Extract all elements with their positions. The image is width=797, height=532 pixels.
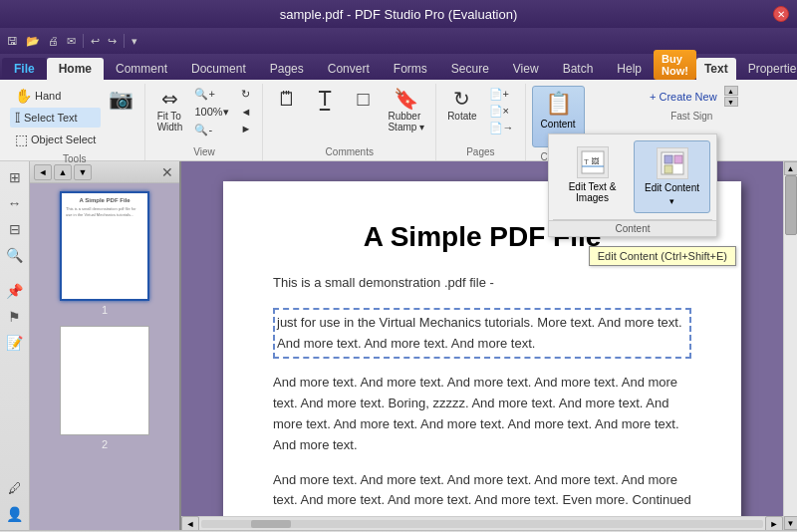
fast-sign-scroll-up[interactable]: ▲ [724,86,738,96]
scroll-up-btn[interactable]: ▲ [784,161,798,175]
tab-batch[interactable]: Batch [551,58,606,80]
pdf-para-2: just for use in the Virtual Mechanics tu… [273,308,691,360]
qa-save[interactable]: 🖫 [4,33,21,49]
tab-pages[interactable]: Pages [258,58,316,80]
create-new-label: Create New [660,91,717,103]
snapshot-btn[interactable]: 📷 [103,86,138,112]
qa-email[interactable]: ✉ [64,33,79,50]
rubber-stamp-btn[interactable]: 🔖 RubberStamp ▾ [383,86,429,135]
fast-sign-scroll: ▲ ▼ [724,86,738,107]
left-tool-2[interactable]: ↔ [3,191,27,215]
left-tool-6[interactable]: ⚑ [3,305,27,329]
thumbnail-page-2[interactable]: 2 [60,326,149,450]
scroll-left-btn[interactable]: ◄ [181,516,199,531]
left-tool-5[interactable]: 📌 [3,279,27,303]
tab-comment[interactable]: Comment [104,58,179,80]
tab-forms[interactable]: Forms [382,58,439,80]
extract-page-btn[interactable]: 📄→ [484,120,519,136]
left-tool-1[interactable]: ⊞ [3,165,27,189]
fit-to-width-btn[interactable]: ⇔ Fit ToWidth [151,86,187,135]
left-tool-9[interactable]: 👤 [3,502,27,526]
tab-file[interactable]: File [2,58,47,80]
delete-page-btn[interactable]: 📄× [484,103,519,120]
tab-properties[interactable]: Properties [736,58,797,80]
create-new-btn[interactable]: + Create New [646,89,721,105]
tools-group: ✋ Hand 𝕀 Select Text ⬚ Object Select 📷 [4,84,145,160]
pdf-para-3: And more text. And more text. And more t… [273,373,691,455]
qa-redo[interactable]: ↪ [105,33,120,50]
left-tool-4[interactable]: 🔍 [3,243,27,267]
plus-icon: + [650,91,656,103]
tab-view[interactable]: View [501,58,551,80]
insert-page-btn[interactable]: 📄+ [484,86,519,103]
thumbnail-content: A Simple PDF File This is a small demons… [30,183,179,530]
zoom-in-btn[interactable]: 🔍+ [189,86,233,103]
vertical-scrollbar[interactable]: ▲ ▼ [783,161,797,530]
rotate-icon: ↻ [453,89,470,109]
zoom-out-btn[interactable]: 🔍- [189,122,233,138]
qa-open[interactable]: 📂 [23,33,43,50]
edit-content-label: Edit Content [645,182,699,193]
tab-document[interactable]: Document [179,58,258,80]
pdf-body: This is a small demonstration .pdf file … [273,273,691,516]
fast-sign-scroll-down[interactable]: ▼ [724,97,738,107]
left-tool-8[interactable]: 🖊 [3,476,27,500]
edit-text-images-label: Edit Text &Images [569,181,617,203]
text-markup-btn[interactable]: T̲ [307,86,343,112]
pdf-para-4: And more text. And more text. And more t… [273,470,691,516]
prev-page-view-btn[interactable]: ◄ [236,104,257,120]
tab-convert[interactable]: Convert [316,58,382,80]
h-scroll-thumb[interactable] [251,520,291,528]
ribbon-tabs: File Home Comment Document Pages Convert… [0,54,797,80]
scroll-right-btn[interactable]: ► [765,516,783,531]
thumbnail-page-1[interactable]: A Simple PDF File This is a small demons… [60,191,149,316]
scroll-down-btn[interactable]: ▼ [784,516,798,530]
tab-home[interactable]: Home [47,58,104,80]
pages-label: Pages [466,144,494,160]
rotate-view-btn[interactable]: ↻ [236,86,257,103]
markup-icon: T̲ [319,89,331,109]
hand-tool-btn[interactable]: ✋ Hand [10,86,101,106]
content-dropdown-popup: T 🖼 Edit Text &Images Edit Content ▾ Con… [548,133,717,237]
app-title: sample.pdf - PDF Studio Pro (Evaluation) [280,7,517,22]
buy-now-button[interactable]: Buy Now! [654,50,696,80]
qa-sep-1 [83,34,84,48]
close-button[interactable]: ✕ [773,6,789,22]
select-text-icon: 𝕀 [15,110,21,126]
thumbnail-panel: ◄ ▲ ▼ ✕ A Simple PDF File This is a smal… [30,161,181,530]
object-select-btn[interactable]: ⬚ Object Select [10,130,101,149]
snapshot-icon: 📷 [109,89,133,109]
bottom-scrollbar[interactable]: ◄ ► [181,516,783,530]
edit-text-images-btn[interactable]: T 🖼 Edit Text &Images [555,140,630,213]
hand-label: Hand [35,90,61,102]
thumbnail-close-btn[interactable]: ✕ [159,164,175,180]
sticky-note-btn[interactable]: 🗒 [269,86,305,112]
sticky-note-icon: 🗒 [277,89,297,109]
shapes-btn[interactable]: □ [345,86,381,112]
scroll-track[interactable] [784,175,798,516]
tab-secure[interactable]: Secure [439,58,501,80]
qa-sep-2 [124,34,125,48]
left-tool-7[interactable]: 📝 [3,331,27,355]
qa-print[interactable]: 🖨 [45,33,62,49]
hand-icon: ✋ [15,88,32,104]
left-tool-3[interactable]: ⊟ [3,217,27,241]
qa-undo[interactable]: ↩ [88,33,103,50]
h-scroll-track[interactable] [201,520,763,528]
edit-content-arrow: ▾ [669,196,674,206]
tab-text[interactable]: Text [696,58,736,80]
rotate-btn[interactable]: ↻ Rotate [442,86,481,125]
pages-group: ↻ Rotate 📄+ 📄× 📄→ Pages [436,84,525,160]
qa-more[interactable]: ▾ [129,33,140,50]
svg-text:🖼: 🖼 [591,157,599,166]
select-text-btn[interactable]: 𝕀 Select Text [10,108,101,128]
thumb-nav-left[interactable]: ◄ [34,164,52,180]
view-items: ⇔ Fit ToWidth 🔍+ 100%▾ 🔍- ↻ ◄ ► [151,84,256,144]
scroll-thumb[interactable] [785,175,797,235]
svg-rect-5 [664,155,672,163]
tab-help[interactable]: Help [605,58,654,80]
edit-content-btn[interactable]: Edit Content ▾ [634,140,710,213]
content-icon: 📋 [545,91,572,117]
zoom-select[interactable]: 100%▾ [189,104,233,121]
next-page-view-btn[interactable]: ► [236,121,257,136]
